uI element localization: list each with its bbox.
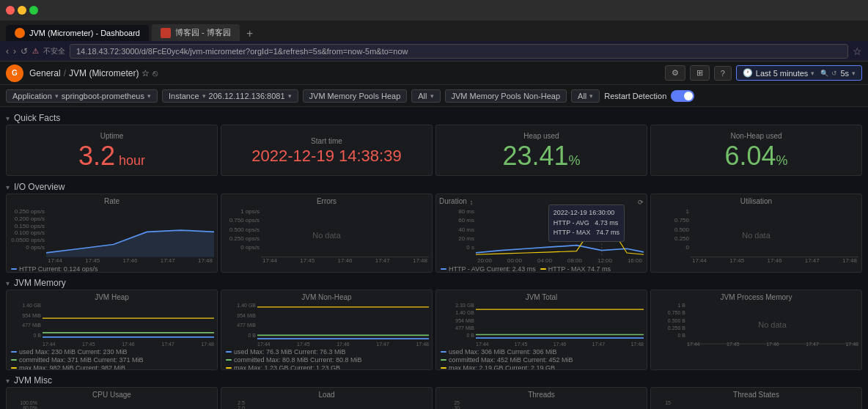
jvm-total-y-axis: 2.33 GB1.40 GB954 MiB477 MiB0 B bbox=[439, 303, 476, 338]
jvm-heap-svg bbox=[43, 303, 214, 344]
instance-filter[interactable]: Instance ▾ 206.12.112.136:8081 ▾ bbox=[162, 89, 298, 103]
jvm-misc-grid: CPU Usage 100.0%80.0%60.0%40.0%20.0%0% 1… bbox=[6, 387, 862, 409]
jvm-misc-header[interactable]: ▾ JVM Misc bbox=[6, 372, 862, 387]
heap-pools-label: JVM Memory Pools Heap bbox=[309, 92, 401, 100]
jvm-heap-body: 1.40 GB954 MiB477 MiB0 B 17:4417:4517:46… bbox=[10, 303, 214, 347]
restart-detection-label: Restart Detection bbox=[604, 92, 666, 100]
utilisation-chart: Utilisation 10.7500.5000.2500 No data 17… bbox=[650, 194, 862, 273]
duration-action-icon[interactable]: ⟳ bbox=[638, 199, 644, 206]
maximize-btn[interactable] bbox=[29, 6, 38, 15]
security-icon: ⚠ bbox=[32, 47, 39, 55]
blog-favicon bbox=[161, 28, 171, 38]
restart-detection-toggle[interactable] bbox=[671, 90, 694, 102]
rate-chart: Rate 0.250 ops/s0.200 ops/s0.150 ops/s0.… bbox=[6, 194, 218, 273]
jvm-memory-collapse-icon: ▾ bbox=[6, 279, 10, 287]
jvm-memory-grid: JVM Heap 1.40 GB954 MiB477 MiB0 B 17:441… bbox=[6, 290, 862, 370]
quick-facts-header[interactable]: ▾ Quick Facts bbox=[6, 110, 862, 125]
rate-title: Rate bbox=[10, 197, 214, 205]
jvm-misc-title: JVM Misc bbox=[14, 375, 52, 386]
thread-states-body: 151050 17:4417:4517:4617:4717:48 bbox=[654, 400, 858, 409]
tab-blog[interactable]: 博客园 - 博客园 bbox=[152, 24, 240, 41]
new-tab-button[interactable]: + bbox=[243, 26, 257, 41]
breadcrumb-dashboard[interactable]: JVM (Micrometer) bbox=[69, 68, 139, 78]
rate-legend-dot bbox=[11, 268, 17, 270]
back-button[interactable]: ‹ bbox=[6, 46, 9, 56]
help-btn[interactable]: ? bbox=[714, 66, 732, 81]
jvm-process-x-axis: 17:4417:4517:4617:4717:48 bbox=[687, 342, 858, 347]
all1-filter[interactable]: All ▾ bbox=[411, 89, 440, 103]
utilisation-y-axis: 10.7500.5000.2500 bbox=[654, 207, 691, 252]
favorite-icon[interactable]: ☆ bbox=[141, 68, 150, 78]
grafana-logo[interactable]: G bbox=[6, 65, 23, 82]
all2-filter[interactable]: All ▾ bbox=[571, 89, 600, 103]
forward-button[interactable]: › bbox=[13, 46, 16, 56]
jvm-memory-title: JVM Memory bbox=[14, 278, 66, 288]
rate-y-axis: 0.250 ops/s0.200 ops/s0.150 ops/s0.100 o… bbox=[10, 207, 46, 252]
nonheap-pools-filter[interactable]: JVM Memory Pools Non-Heap bbox=[445, 89, 567, 103]
jvm-process-body: 1 B0.750 B0.500 B0.250 B0 B No data 17:4… bbox=[654, 303, 858, 347]
jvm-nonheap-x-axis: 17:4417:4517:4617:4717:48 bbox=[257, 342, 429, 347]
threads-y-axis: 2520151050 bbox=[439, 400, 461, 409]
duration-chart: Duration ↕ ⟳ 2022-12-19 16:30:00 HTTP - … bbox=[435, 194, 647, 273]
time-range-picker[interactable]: 🕐 Last 5 minutes ▾ 🔍 ↺ 5s ▾ bbox=[736, 65, 862, 81]
rate-legend-http: HTTP Current: 0.124 ops/s bbox=[11, 265, 98, 273]
application-filter[interactable]: Application ▾ springboot-prometheus ▾ bbox=[6, 89, 158, 103]
thread-states-y-axis: 151050 bbox=[654, 400, 672, 409]
quick-facts-grid: Uptime 3.2 hour Start time 2022-12-19 14… bbox=[6, 125, 862, 176]
heap-pools-filter[interactable]: JVM Memory Pools Heap bbox=[303, 89, 408, 103]
toolbar: Application ▾ springboot-prometheus ▾ In… bbox=[0, 85, 868, 107]
share-icon[interactable]: ⎋ bbox=[152, 68, 158, 78]
utilisation-x-axis: 17:4417:4517:4617:4717:48 bbox=[691, 257, 858, 264]
quick-facts-collapse-icon: ▾ bbox=[6, 114, 10, 122]
jvm-memory-header[interactable]: ▾ JVM Memory bbox=[6, 275, 862, 290]
heap-used-card: Heap used 23.41% bbox=[435, 125, 647, 176]
bookmark-star[interactable]: ☆ bbox=[853, 45, 862, 57]
jvm-nonheap-y-axis: 1.40 GB954 MiB477 MiB0 B bbox=[224, 303, 257, 338]
rate-svg bbox=[46, 207, 214, 257]
close-btn[interactable] bbox=[6, 6, 15, 15]
breadcrumb-general[interactable]: General bbox=[29, 68, 61, 78]
errors-x-axis: 17:4417:4517:4617:4717:48 bbox=[261, 257, 429, 264]
utilisation-chart-body: 10.7500.5000.2500 No data 17:4417:4517:4… bbox=[654, 207, 858, 264]
start-time-value: 2022-12-19 14:38:39 bbox=[251, 148, 401, 164]
jvm-nonheap-legend: used Max: 76.3 MiB Current: 76.3 MiB com… bbox=[224, 347, 429, 370]
jvm-total-svg bbox=[476, 303, 644, 343]
header-actions: ⚙ ⊞ ? 🕐 Last 5 minutes ▾ 🔍 ↺ 5s ▾ bbox=[665, 65, 862, 81]
jvm-nonheap-chart: JVM Non-Heap 1.40 GB954 MiB477 MiB0 B 17… bbox=[221, 290, 433, 370]
cycle-view-btn[interactable]: ⊞ bbox=[690, 65, 710, 81]
jvm-nonheap-title: JVM Non-Heap bbox=[224, 293, 429, 301]
errors-title: Errors bbox=[224, 197, 429, 205]
jvm-process-y-axis: 1 B0.750 B0.500 B0.250 B0 B bbox=[654, 303, 687, 338]
breadcrumb: General / JVM (Micrometer) ☆ ⎋ bbox=[29, 68, 158, 78]
cpu-svg bbox=[39, 400, 214, 409]
tab-jvm-label: JVM (Micrometer) - Dashboard bbox=[29, 29, 140, 37]
cpu-usage-chart: CPU Usage 100.0%80.0%60.0%40.0%20.0%0% 1… bbox=[6, 387, 218, 409]
duration-legend-avg: HTTP - AVG Current: 2.43 ms bbox=[441, 265, 536, 273]
tab-blog-label: 博客园 - 博客园 bbox=[175, 27, 231, 38]
tab-jvm[interactable]: JVM (Micrometer) - Dashboard bbox=[6, 25, 149, 41]
start-time-label: Start time bbox=[311, 137, 342, 145]
uptime-card: Uptime 3.2 hour bbox=[6, 125, 218, 176]
threads-chart: Threads 2520151050 17:4417:4517:4617:471… bbox=[435, 387, 647, 409]
jvm-process-no-data: No data bbox=[758, 320, 787, 329]
thread-states-title: Thread States bbox=[654, 391, 858, 399]
heap-used-label: Heap used bbox=[523, 132, 559, 140]
jvm-heap-chart: JVM Heap 1.40 GB954 MiB477 MiB0 B 17:441… bbox=[6, 290, 218, 370]
duration-tooltip: 2022-12-19 16:30:00 HTTP - AVG 4.73 ms H… bbox=[548, 204, 625, 242]
instance-value: 206.12.112.136:8081 bbox=[209, 92, 285, 100]
thread-states-svg bbox=[672, 400, 858, 409]
refresh-browser-button[interactable]: ↺ bbox=[21, 46, 28, 56]
cpu-usage-title: CPU Usage bbox=[10, 391, 214, 399]
heap-used-dot bbox=[11, 351, 17, 353]
thread-states-chart: Thread States 151050 17:4417:4517:4617:4… bbox=[650, 387, 862, 409]
threads-body: 2520151050 17:4417:4517:4617:4717:48 bbox=[439, 400, 644, 409]
utilisation-svg bbox=[691, 207, 858, 257]
cpu-y-axis: 100.0%80.0%60.0%40.0%20.0%0% bbox=[10, 400, 39, 409]
dashboard-settings-btn[interactable]: ⚙ bbox=[665, 65, 685, 81]
minimize-btn[interactable] bbox=[18, 6, 26, 15]
io-overview-header[interactable]: ▾ I/O Overview bbox=[6, 179, 862, 194]
jvm-total-legend: used Max: 306 MiB Current: 306 MiB commi… bbox=[439, 347, 644, 370]
address-input[interactable] bbox=[70, 44, 848, 59]
jvm-process-title: JVM Process Memory bbox=[654, 293, 858, 301]
duration-x-axis: 20:0000:0004:0008:0012:0016:00 bbox=[476, 257, 644, 264]
